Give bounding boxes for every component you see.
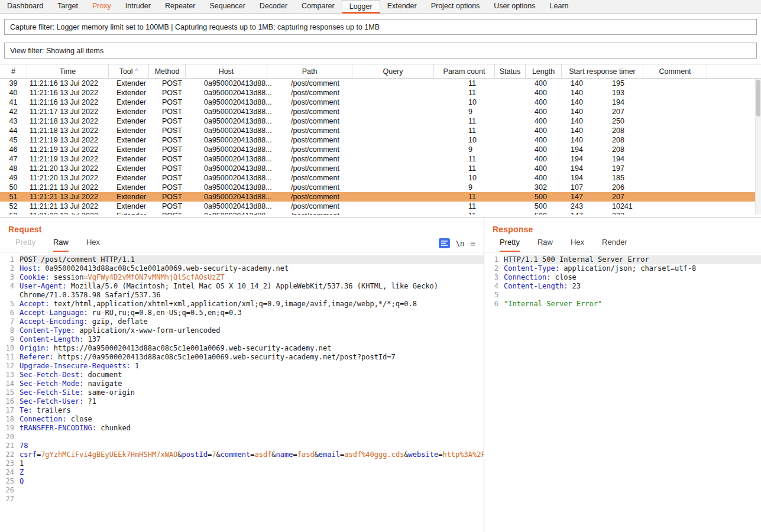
editor-tab-hex[interactable]: Hex <box>571 238 584 252</box>
log-row-53[interactable]: 5311:21:22 13 Jul 2022ExtenderPOST0a9500… <box>0 211 761 215</box>
column-header-label: Param count <box>443 67 485 76</box>
line-content: Sec-Fetch-Dest: document <box>20 371 484 379</box>
line-content: tRANSFER-ENCODING: chunked <box>20 424 484 433</box>
log-row-52[interactable]: 5211:21:21 13 Jul 2022ExtenderPOST0a9500… <box>0 202 761 211</box>
cell-length: 140 <box>568 117 609 125</box>
tab-proxy[interactable]: Proxy <box>85 0 118 13</box>
log-row-43[interactable]: 4311:21:18 13 Jul 2022ExtenderPOST0a9500… <box>0 116 761 126</box>
cell-num: 39 <box>0 79 27 87</box>
cell-path: /post/comment <box>288 136 378 144</box>
cell-num: 44 <box>0 126 27 135</box>
log-table-header: #TimeTool^MethodHostPathQueryParam count… <box>0 64 761 79</box>
log-row-42[interactable]: 4211:21:17 13 Jul 2022ExtenderPOST0a9500… <box>0 107 761 116</box>
cell-param-count: 11 <box>465 164 532 173</box>
editor-line: 2178 <box>0 442 484 450</box>
tab-comparer[interactable]: Comparer <box>294 0 342 13</box>
tab-decoder[interactable]: Decoder <box>252 0 294 13</box>
tab-user-options[interactable]: User options <box>487 0 542 13</box>
log-row-45[interactable]: 4511:21:19 13 Jul 2022ExtenderPOST0a9500… <box>0 135 761 145</box>
cell-path: /post/comment <box>288 89 378 97</box>
cell-path: /post/comment <box>288 126 378 135</box>
column-header-length[interactable]: Length <box>526 64 562 78</box>
line-number: 16 <box>0 397 20 406</box>
cell-method: POST <box>159 89 201 97</box>
column-header-path[interactable]: Path <box>267 64 352 78</box>
cell-num: 48 <box>0 164 27 173</box>
cell-host: 0a9500020413d88... <box>201 117 288 125</box>
column-header-time[interactable]: Time <box>27 64 109 78</box>
column-header-status[interactable]: Status <box>495 64 526 78</box>
cell-path: /post/comment <box>288 155 378 163</box>
line-content: Q <box>20 477 484 486</box>
log-row-41[interactable]: 4111:21:16 13 Jul 2022ExtenderPOST0a9500… <box>0 98 761 107</box>
tab-target[interactable]: Target <box>50 0 85 13</box>
line-number: 2 <box>0 264 20 273</box>
cell-status: 400 <box>532 98 568 106</box>
line-number: 8 <box>0 326 20 335</box>
cell-timer: 195 <box>609 79 696 87</box>
cell-length: 140 <box>568 98 609 106</box>
response-editor[interactable]: 1HTTP/1.1 500 Internal Server Error2Cont… <box>484 252 761 532</box>
line-number: 14 <box>0 379 20 388</box>
cell-timer: 194 <box>609 98 696 106</box>
editor-tab-raw[interactable]: Raw <box>537 238 553 252</box>
log-row-39[interactable]: 3911:21:16 13 Jul 2022ExtenderPOST0a9500… <box>0 79 761 88</box>
line-number: 21 <box>0 442 20 450</box>
tab-logger[interactable]: Logger <box>342 0 380 14</box>
column-header-param-count[interactable]: Param count <box>434 64 495 78</box>
log-row-51[interactable]: 5111:21:21 13 Jul 2022ExtenderPOST0a9500… <box>0 192 761 202</box>
tab-intruder[interactable]: Intruder <box>118 0 158 13</box>
log-row-47[interactable]: 4711:21:19 13 Jul 2022ExtenderPOST0a9500… <box>0 154 761 164</box>
column-header-comment[interactable]: Comment <box>643 64 707 78</box>
column-header-label: Host <box>219 67 234 76</box>
tab-sequencer[interactable]: Sequencer <box>202 0 252 13</box>
editor-tab-raw[interactable]: Raw <box>53 238 69 252</box>
newline-toggle-button[interactable]: \n <box>456 239 464 248</box>
editor-line: 15Sec-Fetch-Site: same-origin <box>0 388 484 397</box>
editor-line: 7Accept-Encoding: gzip, deflate <box>0 317 484 326</box>
tab-dashboard[interactable]: Dashboard <box>0 0 50 13</box>
editor-tab-pretty[interactable]: Pretty <box>500 238 520 252</box>
log-row-44[interactable]: 4411:21:18 13 Jul 2022ExtenderPOST0a9500… <box>0 126 761 135</box>
scrollbar-thumb[interactable] <box>756 80 760 116</box>
column-header-start-response-timer[interactable]: Start response timer <box>562 64 643 78</box>
tab-repeater[interactable]: Repeater <box>158 0 202 13</box>
capture-filter-bar[interactable]: Capture filter: Logger memory limit set … <box>4 19 757 35</box>
cell-timer: 250 <box>609 117 696 125</box>
log-row-48[interactable]: 4811:21:20 13 Jul 2022ExtenderPOST0a9500… <box>0 164 761 173</box>
view-filter-bar[interactable]: View filter: Showing all items <box>4 43 757 59</box>
log-row-50[interactable]: 5011:21:21 13 Jul 2022ExtenderPOST0a9500… <box>0 183 761 192</box>
log-row-46[interactable]: 4611:21:19 13 Jul 2022ExtenderPOST0a9500… <box>0 145 761 154</box>
editor-menu-icon[interactable]: ≡ <box>470 239 475 248</box>
request-editor[interactable]: 1POST /post/comment HTTP/1.12Host: 0a950… <box>0 252 484 532</box>
line-number: 10 <box>0 344 20 353</box>
editor-tab-hex[interactable]: Hex <box>86 238 100 252</box>
editor-line: 14Sec-Fetch-Mode: navigate <box>0 379 484 388</box>
column-header-query[interactable]: Query <box>352 64 434 78</box>
log-row-49[interactable]: 4911:21:20 13 Jul 2022ExtenderPOST0a9500… <box>0 173 761 183</box>
editor-line: 6Accept-Language: ru-RU,ru;q=0.8,en-US;q… <box>0 309 484 317</box>
editor-line: 9Content-Length: 137 <box>0 335 484 344</box>
cell-num: 50 <box>0 183 27 192</box>
editor-tab-render[interactable]: Render <box>602 238 627 252</box>
tab-extender[interactable]: Extender <box>380 0 424 13</box>
column-header-method[interactable]: Method <box>149 64 186 78</box>
tab-learn[interactable]: Learn <box>543 0 576 13</box>
column-header-host[interactable]: Host <box>186 64 267 78</box>
cell-num: 46 <box>0 145 27 154</box>
cell-param-count: 11 <box>465 117 532 125</box>
line-content: Accept: text/html,application/xhtml+xml,… <box>20 300 484 309</box>
table-vertical-scrollbar[interactable] <box>755 79 761 215</box>
tab-project-options[interactable]: Project options <box>424 0 487 13</box>
log-table: #TimeTool^MethodHostPathQueryParam count… <box>0 64 761 215</box>
cell-path: /post/comment <box>288 174 378 182</box>
log-row-40[interactable]: 4011:21:16 13 Jul 2022ExtenderPOST0a9500… <box>0 88 761 98</box>
line-number: 13 <box>0 371 20 379</box>
column-header-tool[interactable]: Tool^ <box>109 64 149 78</box>
column-header--[interactable]: # <box>0 64 27 78</box>
line-number: 3 <box>0 273 20 282</box>
line-content: csrf=7gYzhMCiFvi4gBEyUEEk7HmHSHM7xWAO&po… <box>20 450 484 459</box>
wrap-lines-icon[interactable] <box>439 238 450 248</box>
cell-path: /post/comment <box>288 212 378 215</box>
editor-line: 11Referer: https://0a9500020413d88ac08c5… <box>0 353 484 362</box>
